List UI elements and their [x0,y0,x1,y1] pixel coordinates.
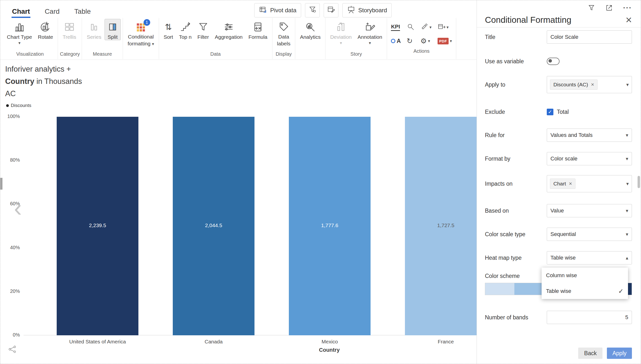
inforiver-footer-icon[interactable] [6,343,19,356]
settings-button[interactable]: ⚙ ▾ [420,34,432,48]
chevron-down-icon: ▾ [450,39,452,43]
heat-map-type-value: Table wise [550,254,576,261]
panel-scrollbar-thumb[interactable] [637,176,640,188]
based-on-select[interactable]: Value ▾ [547,204,632,217]
panel-close-icon[interactable]: × [625,14,632,25]
filter-settings-button[interactable] [305,3,320,18]
deviation-icon [335,21,346,33]
check-icon: ✓ [618,288,623,295]
field-rule-for: Rule for Values and Totals ▾ [485,128,632,142]
chip-remove-icon[interactable]: × [569,181,572,186]
chart-type-button[interactable]: Chart Type ▾ [4,19,35,46]
impacts-on-chip-label: Chart [553,181,566,187]
title-input[interactable] [547,30,632,44]
group-label-visualization: Visualization [4,51,56,59]
conditional-formatting-button[interactable]: 1 Conditional formatting ▾ [125,19,157,47]
field-number-of-bands: Number of bands [485,311,632,324]
filter-icon [198,21,209,33]
impacts-on-label: Impacts on [485,180,513,187]
pivot-data-button[interactable]: Pivot data [254,3,301,18]
export-button[interactable]: ▾ [438,20,452,34]
top-n-button[interactable]: Top n [176,19,194,40]
back-button[interactable]: Back [578,348,602,359]
x-axis-category-label: Mexico [289,339,371,344]
legend-label: Discounts [11,103,31,108]
dot-icon [391,39,395,43]
sort-button[interactable]: ⇅ Sort [161,19,176,40]
toggle-knob [548,59,552,62]
color-scale-type-select[interactable]: Sequential ▾ [547,228,632,241]
pdf-export-button[interactable]: PDF ▾ [438,34,452,48]
previous-page-chevron[interactable]: ‹ [14,196,22,220]
apply-to-chip: Discounts (AC) × [550,80,597,90]
formula-label: Formula [249,34,268,40]
auto-label-button[interactable]: A [391,34,401,48]
visual-header-icons: ··· [485,3,632,13]
group-story: Deviation ▾ Annotation ▾ Story [325,18,387,59]
number-of-bands-label: Number of bands [485,314,528,321]
filter-button[interactable]: Filter [195,19,212,40]
use-as-variable-toggle[interactable] [547,58,559,65]
ribbon: Chart Card Table Pivot data [0,0,477,60]
apply-to-select[interactable]: Discounts (AC) × ▾ [547,76,632,93]
format-by-select[interactable]: Color scale ▾ [547,152,632,165]
apply-to-chip-label: Discounts (AC) [553,82,588,88]
impacts-on-select[interactable]: Chart × ▾ [547,175,632,192]
visual-filter-icon[interactable] [588,4,595,12]
check-icon: ✓ [548,109,552,115]
split-button[interactable]: Split [105,19,121,40]
number-of-bands-input[interactable] [547,311,632,324]
based-on-value: Value [550,208,564,214]
storyboard-button[interactable]: Storyboard [342,3,392,18]
dropdown-option-column-wise[interactable]: Column wise [542,268,628,283]
more-options-icon[interactable]: ··· [623,4,632,12]
chip-remove-icon[interactable]: × [591,82,594,87]
analytics-icon [305,21,316,33]
legend-marker-icon [6,104,9,107]
field-based-on: Based on Value ▾ [485,204,632,217]
exclude-total-checkbox[interactable]: ✓ [547,109,553,115]
field-title: Title [485,30,632,44]
deviation-button[interactable]: Deviation ▾ [327,19,354,46]
trellis-button[interactable]: Trellis [60,19,79,40]
refresh-button[interactable]: ↻ [407,34,414,48]
tab-card[interactable]: Card [44,4,60,18]
chevron-down-icon: ▾ [626,208,628,213]
focus-mode-icon[interactable] [605,4,613,12]
formula-button[interactable]: Formula [246,19,270,40]
aggregation-button[interactable]: Aggregation [212,19,245,40]
x-axis-title: Country [319,347,340,353]
conditional-formatting-badge: 1 [144,19,150,26]
series-button[interactable]: Series [84,19,104,40]
color-scale-type-value: Sequential [550,231,576,238]
annotation-button[interactable]: Annotation ▾ [355,19,385,46]
annotation-label: Annotation [358,34,382,40]
x-axis-category-label: France [405,339,487,344]
dropdown-option-table-wise[interactable]: Table wise ✓ [542,283,628,299]
apply-button[interactable]: Apply [607,348,632,359]
ribbon-top-toolbar: Pivot data Storyboard [254,3,392,18]
bar-value-label: 1,777.6 [289,222,371,228]
format-painter-button[interactable]: ▾ [420,20,432,34]
rotate-button[interactable]: Rotate [35,19,56,40]
rule-for-select[interactable]: Values and Totals ▾ [547,128,632,142]
bar-value-label: 1,727.5 [405,222,487,228]
group-label-cf [125,51,157,59]
analytics-button[interactable]: Analytics [297,19,323,40]
auto-label-letter: A [397,38,401,44]
search-button[interactable] [407,20,414,34]
chevron-down-icon: ▾ [626,133,628,138]
tab-table[interactable]: Table [74,4,91,18]
panel-title: Conditional Formatting [485,15,571,25]
sort-label: Sort [164,34,173,40]
table-edit-button[interactable] [324,3,338,18]
left-resize-handle[interactable] [0,178,3,190]
tab-chart[interactable]: Chart [12,4,31,18]
kpi-button[interactable]: KPI [391,20,401,34]
chevron-down-icon: ▾ [626,82,629,87]
data-labels-button[interactable]: Data labels [274,19,293,47]
heat-map-type-select[interactable]: Table wise ▴ [547,251,632,264]
bar-value-label: 2,239.5 [57,222,138,228]
aggregation-label: Aggregation [215,34,242,40]
group-conditional-formatting: 1 Conditional formatting ▾ [123,18,159,59]
